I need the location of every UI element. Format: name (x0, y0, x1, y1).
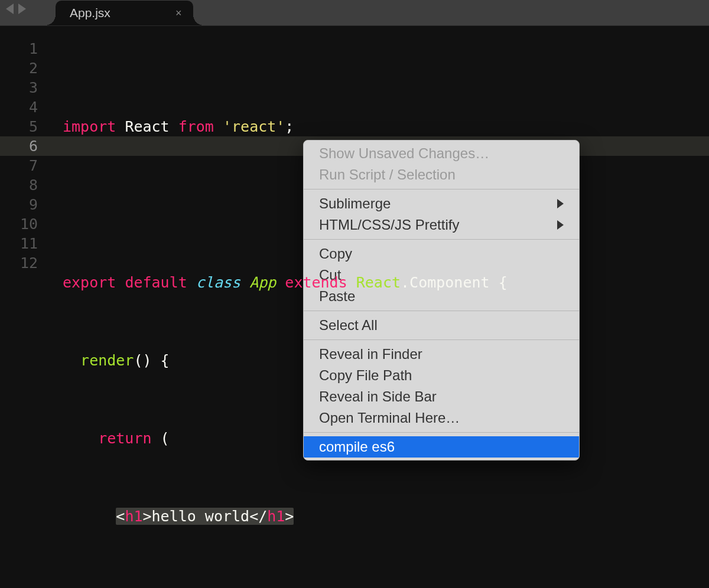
menu-copy[interactable]: Copy (304, 243, 579, 264)
close-icon[interactable]: × (175, 7, 182, 19)
line-number: 5 (0, 117, 38, 136)
menu-separator (304, 189, 579, 190)
menu-prettify[interactable]: HTML/CSS/JS Prettify (304, 214, 579, 236)
jsx-tag: h1 (267, 508, 285, 525)
code-line (50, 195, 709, 214)
menu-show-unsaved-changes: Show Unsaved Changes… (304, 143, 579, 164)
menu-label: HTML/CSS/JS Prettify (319, 214, 459, 236)
identifier: Component (409, 274, 489, 291)
menu-select-all[interactable]: Select All (304, 315, 579, 336)
code-line: return ( (50, 429, 709, 448)
menu-label: Select All (319, 315, 378, 336)
punctuation: ) (98, 586, 107, 588)
nav-forward-icon[interactable] (18, 4, 26, 14)
line-number: 8 (0, 175, 38, 195)
line-number-active: 6 (0, 136, 50, 156)
menu-label: Open Terminal Here… (319, 407, 460, 429)
keyword-from: from (178, 118, 214, 135)
submenu-arrow-icon (557, 220, 564, 230)
menu-label: Copy (319, 243, 352, 264)
punctuation: > (142, 508, 151, 525)
keyword-return: return (98, 430, 151, 447)
identifier: React (125, 118, 169, 135)
keyword-class: class (196, 274, 240, 291)
punctuation: > (285, 508, 294, 525)
gutter: 1 2 3 4 5 6 7 8 9 10 11 12 (0, 26, 50, 588)
jsx-text: hello world (152, 508, 250, 525)
line-number: 7 (0, 156, 38, 175)
line-number: 11 (0, 234, 38, 253)
keyword-default: default (125, 274, 187, 291)
code-line: import React from 'react'; (50, 117, 709, 136)
class-name: App (249, 274, 276, 291)
nav-arrows (6, 4, 26, 14)
code-line: ) (50, 584, 709, 588)
line-number: 4 (0, 97, 38, 117)
line-number: 10 (0, 214, 38, 234)
string-literal: 'react' (223, 118, 285, 135)
code-line-active: <h1>hello world</h1> (50, 507, 709, 526)
punctuation: ( (161, 430, 170, 447)
menu-label: Show Unsaved Changes… (319, 143, 489, 164)
menu-separator (304, 339, 579, 340)
tab-app-jsx[interactable]: App.jsx × (56, 1, 193, 25)
nav-back-icon[interactable] (6, 4, 14, 14)
line-number: 2 (0, 58, 38, 78)
punctuation: { (499, 274, 508, 291)
punctuation: </ (249, 508, 267, 525)
punctuation: { (161, 352, 170, 369)
menu-separator (304, 239, 579, 240)
code-line: export default class App extends React.C… (50, 273, 709, 292)
line-number: 1 (0, 39, 38, 58)
keyword-import: import (63, 118, 116, 135)
menu-run-script: Run Script / Selection (304, 164, 579, 185)
punctuation: . (401, 274, 409, 291)
menu-reveal-sidebar[interactable]: Reveal in Side Bar (304, 386, 579, 407)
line-number: 12 (0, 253, 38, 273)
menu-label: Run Script / Selection (319, 164, 456, 185)
keyword-export: export (63, 274, 116, 291)
menu-open-terminal[interactable]: Open Terminal Here… (304, 407, 579, 429)
keyword-extends: extends (285, 274, 347, 291)
line-number: 9 (0, 195, 38, 214)
context-menu: Show Unsaved Changes… Run Script / Selec… (303, 140, 580, 460)
tab-title: App.jsx (70, 6, 110, 20)
line-number: 3 (0, 78, 38, 97)
punctuation: () (134, 352, 151, 369)
titlebar: App.jsx × (0, 0, 709, 26)
punctuation: < (116, 508, 125, 525)
method-name: render (80, 352, 134, 369)
jsx-tag: h1 (125, 508, 142, 525)
identifier: React (356, 274, 401, 291)
menu-separator (304, 311, 579, 311)
punctuation: ; (285, 118, 294, 135)
code-line: render() { (50, 351, 709, 370)
menu-label: Reveal in Side Bar (319, 386, 437, 407)
selection: <h1>hello world</h1> (116, 508, 294, 525)
